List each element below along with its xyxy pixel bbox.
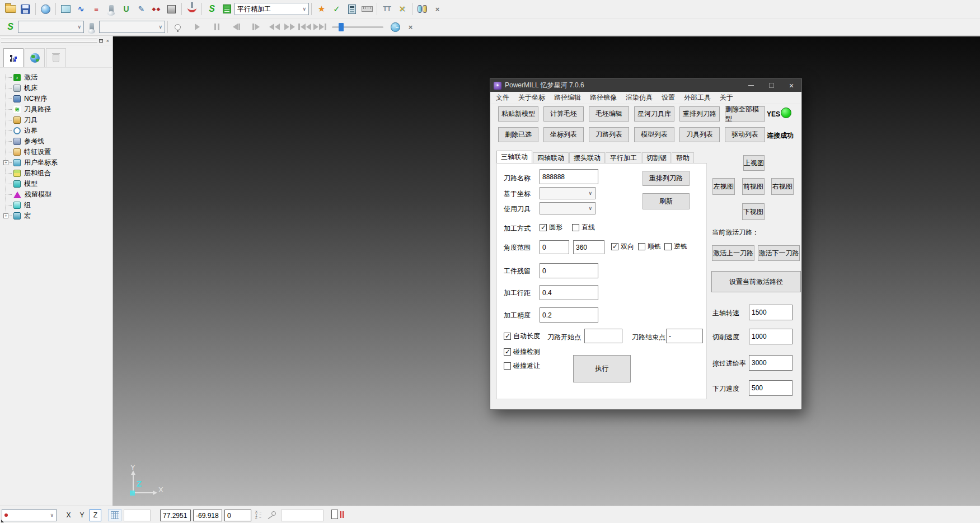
menu-path-edit[interactable]: 路径编辑 [550, 92, 585, 104]
tree-item-stock-models[interactable]: 残留模型 [0, 189, 112, 200]
conventional-checkbox[interactable]: 逆铣 [664, 242, 687, 251]
checkbox-icon[interactable] [638, 243, 645, 250]
pause-icon[interactable] [209, 20, 224, 34]
block-edit-button[interactable]: 毛坯编辑 [589, 106, 629, 122]
view-front-button[interactable]: 前视图 [742, 178, 765, 195]
sim-toolbar-close-icon[interactable]: × [403, 20, 418, 34]
mode-line-checkbox[interactable]: 直线 [572, 223, 595, 232]
tree-item-models[interactable]: 模型 [0, 179, 112, 189]
delete-selected-button[interactable]: 删除已选 [498, 127, 538, 142]
checkbox-icon[interactable] [664, 243, 672, 250]
tool-list-button[interactable]: 刀具列表 [679, 127, 720, 142]
tolerance-input[interactable] [540, 307, 598, 323]
collision-check-checkbox[interactable]: 碰撞检测 [504, 347, 540, 357]
tab-tilt-head[interactable]: 摆头联动 [569, 152, 605, 163]
toolpath-name-input[interactable] [540, 169, 598, 184]
open-icon[interactable] [3, 2, 18, 16]
measure-ruler-icon[interactable] [359, 2, 374, 16]
speed-slider[interactable] [332, 26, 383, 28]
coord-y-field[interactable]: -69.918 [193, 510, 222, 521]
tool-block-icon[interactable] [164, 2, 179, 16]
tool-check-icon[interactable]: ✓ [329, 2, 344, 16]
end-point-input[interactable] [666, 329, 703, 343]
search-forward-icon[interactable] [282, 20, 297, 34]
compute-block-button[interactable]: 计算毛坯 [543, 106, 584, 122]
coord-x-field[interactable]: 77.2951 [160, 510, 191, 521]
execute-button[interactable]: 执行 [573, 355, 631, 382]
tab-help[interactable]: 帮助 [672, 152, 694, 163]
climb-checkbox[interactable]: 顺铣 [638, 242, 661, 251]
checkbox-checked-icon[interactable] [504, 348, 511, 356]
tool-star-icon[interactable]: ★ [314, 2, 329, 16]
tree-item-toolpaths[interactable]: ≋刀具路径 [0, 104, 112, 115]
nc-output-icon[interactable] [415, 2, 430, 16]
statusbar-info-field[interactable] [281, 510, 323, 521]
menu-external-tools[interactable]: 外部工具 [679, 92, 715, 104]
sim-toolpath-combo[interactable] [18, 21, 84, 33]
tree-item-boundaries[interactable]: 边界 [0, 125, 112, 136]
checkbox-checked-icon[interactable] [540, 224, 547, 231]
probe-position-icon[interactable] [268, 511, 276, 519]
delete-all-models-button[interactable]: 删除全部模型 [725, 106, 765, 122]
tree-item-groups[interactable]: 组 [0, 200, 112, 211]
cutting-speed-input[interactable] [749, 329, 793, 344]
tree-item-feature-sets[interactable]: 特征设置 [0, 147, 112, 157]
strategy-combo[interactable]: 平行精加工 [235, 3, 309, 15]
activate-next-button[interactable]: 激活下一刀路 [758, 245, 800, 261]
active-toolpath-icon[interactable]: S [3, 20, 18, 34]
checkbox-icon[interactable] [572, 224, 579, 231]
view-bottom-button[interactable]: 下视图 [742, 203, 765, 220]
tree-item-macros[interactable]: 宏 [0, 211, 112, 221]
points-icon[interactable]: ◆◆ [149, 2, 164, 16]
grid-snap-icon[interactable] [108, 509, 121, 521]
boundary-icon[interactable]: U [119, 2, 134, 16]
toolpath-list-button[interactable]: 刀路列表 [589, 127, 629, 142]
stock-input[interactable] [540, 263, 598, 278]
angle-to-input[interactable] [573, 240, 604, 254]
simulate-icon[interactable] [184, 2, 199, 16]
auto-length-checkbox[interactable]: 自动长度 [504, 331, 540, 341]
tree-item-activate[interactable]: ›激活 [0, 72, 112, 83]
close-icon[interactable]: × [781, 79, 801, 92]
menu-render-sim[interactable]: 渲染仿真 [621, 92, 657, 104]
tab-saw[interactable]: 切割锯 [642, 152, 671, 163]
menu-path-mirror[interactable]: 路径镜像 [585, 92, 621, 104]
tab-3axis[interactable]: 三轴联动 [496, 151, 532, 163]
go-start-icon[interactable] [297, 20, 312, 34]
coord-select[interactable] [540, 187, 595, 199]
tool-icon[interactable] [104, 2, 119, 16]
set-active-path-button[interactable]: 设置当前激活路径 [711, 271, 801, 292]
model-list-button[interactable]: 模型列表 [634, 127, 674, 142]
drive-list-button[interactable]: 驱动列表 [725, 127, 765, 142]
plunge-speed-input[interactable] [749, 380, 793, 396]
speed-slider-handle[interactable] [339, 23, 344, 31]
go-end-icon[interactable] [312, 20, 327, 34]
close-panel-icon[interactable]: × [105, 38, 111, 44]
tool-select[interactable] [540, 202, 595, 214]
view-left-button[interactable]: 左视图 [712, 178, 735, 195]
checkbox-checked-icon[interactable] [611, 243, 618, 250]
expand-icon[interactable] [3, 213, 8, 218]
axis-y-button[interactable]: Y [76, 509, 88, 521]
block-icon[interactable] [58, 2, 73, 16]
play-icon[interactable] [190, 20, 205, 34]
menu-about[interactable]: 关于 [715, 92, 738, 104]
checkbox-icon[interactable] [504, 362, 511, 370]
tree-item-nc-programs[interactable]: NC程序 [0, 94, 112, 104]
toolbar-close-icon[interactable]: × [430, 2, 445, 16]
axis-x-button[interactable]: X [63, 509, 74, 521]
active-toolpath-icon[interactable]: S [204, 2, 219, 16]
view-right-button[interactable]: 右视图 [771, 178, 794, 195]
tab-recycle-bin[interactable] [46, 48, 66, 67]
tab-explorer-tree[interactable] [3, 48, 24, 67]
dual-direction-checkbox[interactable]: 双向 [611, 242, 634, 251]
save-icon[interactable] [18, 2, 33, 16]
tree-item-tools[interactable]: 刀具 [0, 115, 112, 125]
search-back-icon[interactable] [267, 20, 282, 34]
sim-tool-combo[interactable] [99, 21, 165, 33]
nc-program-icon[interactable]: ≡ [88, 2, 104, 16]
clipboard-pause-icon[interactable] [331, 510, 338, 519]
toolpath-curve-icon[interactable]: ∿ [73, 2, 88, 16]
maximize-icon[interactable] [761, 79, 781, 92]
view-top-button[interactable]: 上视图 [743, 155, 765, 171]
